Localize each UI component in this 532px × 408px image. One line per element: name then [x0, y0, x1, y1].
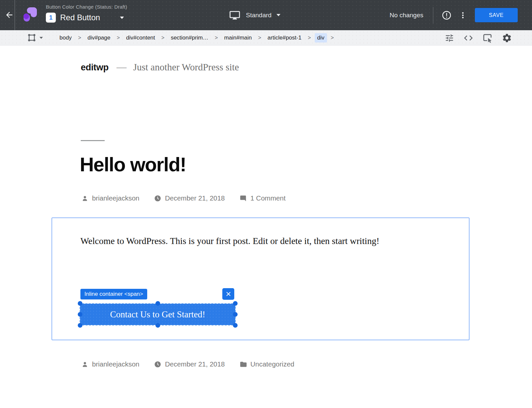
editor-header: Button Color Change (Status: Draft) 1 Re… [0, 0, 532, 30]
breadcrumb-separator: > [78, 35, 81, 41]
footer-author-name: brianleejackson [92, 360, 139, 368]
breadcrumb: body > div#page > div#content > section#… [57, 33, 338, 42]
post-body-paragraph[interactable]: Welcome to WordPress. This is your first… [80, 231, 429, 251]
footer-category[interactable]: Uncategorized [240, 360, 294, 368]
breadcrumb-separator: > [215, 35, 218, 41]
overflow-menu-icon[interactable] [459, 10, 467, 20]
site-canvas: editwp — Just another WordPress site Hel… [0, 45, 532, 408]
post-meta: brianleejackson December 21, 2018 1 Comm… [81, 194, 285, 202]
experiment-meta: Button Color Change (Status: Draft) 1 Re… [46, 4, 127, 23]
breadcrumb-item-section-primary[interactable]: section#prim… [168, 33, 211, 42]
element-bar-actions [445, 30, 512, 45]
cta-button[interactable]: Contact Us to Get Started! [80, 304, 235, 325]
variant-dropdown-caret-icon[interactable] [120, 17, 124, 19]
post-comments[interactable]: 1 Comment [240, 194, 286, 202]
selection-frame-tool[interactable] [27, 33, 43, 42]
comment-icon [240, 195, 247, 202]
resize-handle-middle-left[interactable] [78, 312, 82, 317]
person-icon [81, 195, 89, 202]
post-divider-line [81, 140, 105, 141]
breadcrumb-item-article[interactable]: article#post-1 [265, 33, 304, 42]
selected-content-block[interactable]: Welcome to WordPress. This is your first… [52, 217, 470, 340]
save-button[interactable]: SAVE [475, 8, 518, 22]
variant-number-badge: 1 [46, 13, 56, 23]
site-tagline: Just another WordPress site [133, 62, 239, 73]
resize-handle-middle-right[interactable] [233, 312, 238, 317]
element-breadcrumb-bar: body > div#page > div#content > section#… [0, 30, 532, 45]
breadcrumb-item-div-selected[interactable]: div [315, 33, 327, 42]
selected-button-wrapper[interactable]: Contact Us to Get Started! [80, 304, 235, 325]
breadcrumb-separator: > [308, 35, 311, 41]
clock-icon [154, 195, 161, 202]
optimize-logo-icon [23, 5, 38, 23]
post-date-text: December 21, 2018 [165, 194, 225, 202]
frame-tool-caret-icon[interactable] [40, 37, 43, 39]
breadcrumb-separator: > [161, 35, 164, 41]
breadcrumb-item-main[interactable]: main#main [222, 33, 255, 42]
breadcrumb-item-div-content[interactable]: div#content [124, 33, 158, 42]
post-comments-text: 1 Comment [251, 194, 286, 202]
footer-date[interactable]: December 21, 2018 [154, 360, 225, 368]
post-footer-meta: brianleejackson December 21, 2018 Uncate… [81, 360, 294, 368]
post-title: Hello world! [80, 153, 186, 176]
resize-handle-bottom-middle[interactable] [156, 323, 160, 328]
site-title-separator: — [117, 61, 127, 73]
footer-author[interactable]: brianleejackson [81, 360, 139, 368]
breadcrumb-item-div-page[interactable]: div#page [85, 33, 113, 42]
monitor-icon [229, 10, 241, 21]
close-icon [225, 291, 232, 297]
changes-status: No changes [390, 12, 423, 19]
breadcrumb-item-body[interactable]: body [57, 33, 74, 42]
device-mode-selector[interactable]: Standard [229, 0, 280, 30]
device-dropdown-caret-icon [276, 14, 280, 16]
site-header: editwp — Just another WordPress site [81, 61, 239, 73]
resize-handle-top-left[interactable] [78, 301, 82, 306]
site-title[interactable]: editwp [81, 62, 109, 73]
selection-tag-label: Inline container <span> [80, 289, 147, 299]
folder-icon [240, 361, 247, 368]
post-date[interactable]: December 21, 2018 [154, 194, 225, 202]
settings-gear-icon[interactable] [502, 33, 512, 43]
back-arrow-icon[interactable] [5, 10, 14, 20]
close-selection-button[interactable] [222, 288, 234, 300]
header-actions: No changes SAVE [390, 0, 518, 30]
breadcrumb-separator: > [258, 35, 261, 41]
resize-handle-bottom-right[interactable] [233, 323, 238, 328]
header-divider [15, 0, 15, 30]
resize-handle-top-right[interactable] [233, 301, 238, 306]
breadcrumb-separator: > [331, 35, 334, 41]
selection-frame-icon [27, 33, 36, 42]
tune-icon[interactable] [445, 33, 454, 43]
breadcrumb-separator: > [117, 35, 120, 41]
select-element-icon[interactable] [482, 33, 493, 43]
experiment-title: Button Color Change (Status: Draft) [46, 4, 127, 10]
code-icon[interactable] [463, 33, 474, 43]
post-author[interactable]: brianleejackson [81, 194, 139, 202]
device-mode-label: Standard [246, 12, 271, 19]
variant-selector[interactable]: 1 Red Button [46, 13, 127, 23]
person-icon [81, 361, 89, 368]
footer-date-text: December 21, 2018 [165, 360, 225, 368]
footer-category-text: Uncategorized [251, 360, 294, 368]
resize-handle-top-middle[interactable] [156, 301, 160, 306]
variant-name: Red Button [60, 13, 100, 22]
resize-handle-bottom-left[interactable] [78, 323, 82, 328]
clock-icon [154, 361, 161, 368]
post-author-name: brianleejackson [92, 194, 139, 202]
alert-icon[interactable] [442, 10, 452, 20]
actions-divider [433, 7, 433, 24]
